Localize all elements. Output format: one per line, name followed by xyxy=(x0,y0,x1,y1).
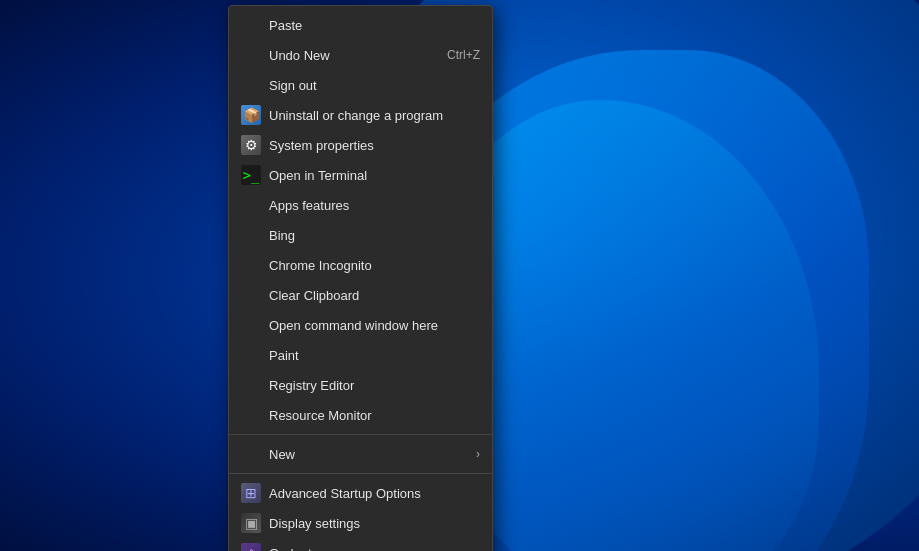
menu-item-open-command[interactable]: Open command window here xyxy=(229,310,492,340)
menu-item-new[interactable]: New › xyxy=(229,439,492,469)
paste-icon-placeholder xyxy=(241,15,261,35)
menu-item-paint[interactable]: Paint xyxy=(229,340,492,370)
undo-new-label: Undo New xyxy=(269,48,447,63)
clear-clipboard-icon-placeholder xyxy=(241,285,261,305)
menu-item-chrome-incognito[interactable]: Chrome Incognito xyxy=(229,250,492,280)
menu-item-system-properties[interactable]: ⚙ System properties xyxy=(229,130,492,160)
menu-item-display-settings[interactable]: ▣ Display settings xyxy=(229,508,492,538)
menu-item-apps-features[interactable]: Apps features xyxy=(229,190,492,220)
menu-item-paste[interactable]: Paste xyxy=(229,10,492,40)
display-settings-icon: ▣ xyxy=(241,513,261,533)
menu-item-advanced-startup[interactable]: ⊞ Advanced Startup Options xyxy=(229,478,492,508)
menu-item-undo-new[interactable]: Undo New Ctrl+Z xyxy=(229,40,492,70)
clear-clipboard-label: Clear Clipboard xyxy=(269,288,480,303)
gadgets-label: Gadgets xyxy=(269,546,480,552)
menu-item-open-terminal[interactable]: >_ Open in Terminal xyxy=(229,160,492,190)
open-terminal-label: Open in Terminal xyxy=(269,168,480,183)
open-command-label: Open command window here xyxy=(269,318,480,333)
paint-label: Paint xyxy=(269,348,480,363)
undo-new-icon-placeholder xyxy=(241,45,261,65)
uninstall-icon: 📦 xyxy=(241,105,261,125)
system-properties-icon: ⚙ xyxy=(241,135,261,155)
sign-out-label: Sign out xyxy=(269,78,480,93)
open-terminal-icon: >_ xyxy=(241,165,261,185)
menu-item-sign-out[interactable]: Sign out xyxy=(229,70,492,100)
display-settings-label: Display settings xyxy=(269,516,480,531)
menu-item-clear-clipboard[interactable]: Clear Clipboard xyxy=(229,280,492,310)
new-divider xyxy=(229,473,492,474)
open-command-icon-placeholder xyxy=(241,315,261,335)
sign-out-icon-placeholder xyxy=(241,75,261,95)
registry-editor-label: Registry Editor xyxy=(269,378,480,393)
new-arrow: › xyxy=(476,447,480,461)
apps-features-icon-placeholder xyxy=(241,195,261,215)
bing-label: Bing xyxy=(269,228,480,243)
resource-monitor-label: Resource Monitor xyxy=(269,408,480,423)
resource-monitor-divider xyxy=(229,434,492,435)
context-menu: Paste Undo New Ctrl+Z Sign out 📦 Uninsta… xyxy=(228,5,493,551)
advanced-startup-label: Advanced Startup Options xyxy=(269,486,480,501)
menu-item-bing[interactable]: Bing xyxy=(229,220,492,250)
new-label: New xyxy=(269,447,476,462)
undo-new-shortcut: Ctrl+Z xyxy=(447,48,480,62)
chrome-incognito-label: Chrome Incognito xyxy=(269,258,480,273)
bing-icon-placeholder xyxy=(241,225,261,245)
chrome-incognito-icon-placeholder xyxy=(241,255,261,275)
resource-monitor-icon-placeholder xyxy=(241,405,261,425)
menu-item-registry-editor[interactable]: Registry Editor xyxy=(229,370,492,400)
system-properties-label: System properties xyxy=(269,138,480,153)
paint-icon-placeholder xyxy=(241,345,261,365)
menu-item-uninstall[interactable]: 📦 Uninstall or change a program xyxy=(229,100,492,130)
registry-editor-icon-placeholder xyxy=(241,375,261,395)
menu-item-resource-monitor[interactable]: Resource Monitor xyxy=(229,400,492,430)
new-icon-placeholder xyxy=(241,444,261,464)
advanced-startup-icon: ⊞ xyxy=(241,483,261,503)
uninstall-label: Uninstall or change a program xyxy=(269,108,480,123)
apps-features-label: Apps features xyxy=(269,198,480,213)
paste-label: Paste xyxy=(269,18,480,33)
menu-item-gadgets[interactable]: ◈ Gadgets xyxy=(229,538,492,551)
gadgets-icon: ◈ xyxy=(241,543,261,551)
